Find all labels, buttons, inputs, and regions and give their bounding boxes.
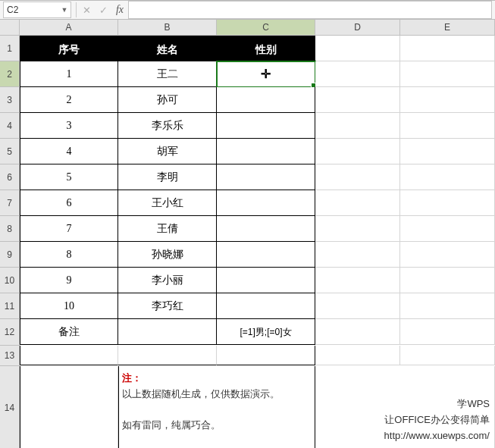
cell-D10[interactable] — [315, 268, 400, 293]
footer-line1: 学WPS — [457, 398, 490, 409]
cell-D12[interactable] — [315, 319, 400, 345]
row-header-3[interactable]: 3 — [0, 87, 20, 113]
row-header-8[interactable]: 8 — [0, 216, 20, 242]
table-header-name[interactable]: 姓名 — [118, 36, 217, 61]
cell-A9[interactable]: 8 — [20, 242, 118, 268]
name-box-wrap[interactable]: C2 ▼ — [3, 2, 71, 18]
row-header-4[interactable]: 4 — [0, 113, 20, 139]
cell-B9[interactable]: 孙晓娜 — [118, 242, 217, 268]
row-header-11[interactable]: 11 — [0, 293, 20, 319]
notes-line1: 以上数据随机生成，仅供数据演示。 — [122, 388, 280, 399]
cell-E5[interactable] — [400, 139, 495, 164]
cursor-cross-icon: ✛ — [261, 61, 271, 87]
cell-E10[interactable] — [400, 268, 495, 293]
col-header-B[interactable]: B — [118, 20, 217, 36]
cell-D4[interactable] — [315, 113, 400, 139]
cell-D7[interactable] — [315, 190, 400, 216]
cell-A6[interactable]: 5 — [20, 164, 118, 190]
cell-E11[interactable] — [400, 293, 495, 319]
table-header-sex[interactable]: 性别 — [217, 36, 315, 61]
row-header-9[interactable]: 9 — [0, 242, 20, 268]
cell-C4[interactable] — [217, 113, 315, 139]
cell-D1[interactable] — [315, 36, 400, 61]
notes-block[interactable]: 注： 以上数据随机生成，仅供数据演示。 如有雷同，纯属巧合。 — [118, 366, 315, 448]
cell-A2[interactable]: 1 — [20, 61, 118, 87]
row-header-6[interactable]: 6 — [0, 164, 20, 190]
cell-D5[interactable] — [315, 139, 400, 164]
cell-E3[interactable] — [400, 87, 495, 113]
cell-B11[interactable]: 李巧红 — [118, 293, 217, 319]
cell-A3[interactable]: 2 — [20, 87, 118, 113]
cell-E13[interactable] — [400, 346, 495, 365]
cell-D13[interactable] — [315, 346, 400, 365]
cell-B8[interactable]: 王倩 — [118, 216, 217, 242]
cell-A13[interactable] — [20, 346, 118, 365]
cell-C7[interactable] — [217, 190, 315, 216]
row-header-5[interactable]: 5 — [0, 139, 20, 164]
cell-C6[interactable] — [217, 164, 315, 190]
cell-E2[interactable] — [400, 61, 495, 87]
cell-A11[interactable]: 10 — [20, 293, 118, 319]
formula-input[interactable] — [128, 1, 492, 19]
cell-E6[interactable] — [400, 164, 495, 190]
col-header-C[interactable]: C — [217, 20, 315, 36]
cell-D3[interactable] — [315, 87, 400, 113]
cell-B12[interactable] — [118, 319, 217, 345]
fx-icon[interactable]: fx — [111, 2, 128, 18]
row-header-10[interactable]: 10 — [0, 268, 20, 293]
cell-B5[interactable]: 胡军 — [118, 139, 217, 164]
cell-D9[interactable] — [315, 242, 400, 268]
cell-D2[interactable] — [315, 61, 400, 87]
row-header-14[interactable]: 14 — [0, 366, 20, 448]
cell-C3[interactable] — [217, 87, 315, 113]
cell-B6[interactable]: 李明 — [118, 164, 217, 190]
cell-A8[interactable]: 7 — [20, 216, 118, 242]
cell-C8[interactable] — [217, 216, 315, 242]
cell-E8[interactable] — [400, 216, 495, 242]
cell-A7[interactable]: 6 — [20, 190, 118, 216]
cell-B13[interactable] — [118, 346, 217, 365]
cell-C10[interactable] — [217, 268, 315, 293]
row-header-7[interactable]: 7 — [0, 190, 20, 216]
row-header-1[interactable]: 1 — [0, 36, 20, 61]
notes-line2: 如有雷同，纯属巧合。 — [122, 419, 221, 431]
cell-C12[interactable]: [=1]男;[=0]女 — [217, 319, 315, 345]
name-box[interactable]: C2 — [4, 5, 58, 15]
cell-D8[interactable] — [315, 216, 400, 242]
cell-A4[interactable]: 3 — [20, 113, 118, 139]
spreadsheet-grid: A B C D E 1 序号 姓名 性别 2 1 王二 ✛ 3 2 孙可 4 3… — [0, 20, 495, 448]
cell-E1[interactable] — [400, 36, 495, 61]
cell-B7[interactable]: 王小红 — [118, 190, 217, 216]
cell-A5[interactable]: 4 — [20, 139, 118, 164]
col-header-D[interactable]: D — [315, 20, 400, 36]
cell-A10[interactable]: 9 — [20, 268, 118, 293]
chevron-down-icon[interactable]: ▼ — [58, 6, 70, 14]
cell-E7[interactable] — [400, 190, 495, 216]
cell-D11[interactable] — [315, 293, 400, 319]
select-all-corner[interactable] — [0, 20, 20, 36]
table-header-no[interactable]: 序号 — [20, 36, 118, 61]
cell-E4[interactable] — [400, 113, 495, 139]
cell-C9[interactable] — [217, 242, 315, 268]
cell-C13[interactable] — [217, 346, 315, 365]
cell-E9[interactable] — [400, 242, 495, 268]
cell-D6[interactable] — [315, 164, 400, 190]
footer-block[interactable]: 学WPS 让OFFICE办公变得简单 http://www.xuewps.com… — [315, 366, 495, 448]
cell-B3[interactable]: 孙可 — [118, 87, 217, 113]
cancel-icon[interactable]: ✕ — [78, 2, 95, 18]
cell-A12[interactable]: 备注 — [20, 319, 118, 345]
cell-B2[interactable]: 王二 — [118, 61, 217, 87]
cell-E12[interactable] — [400, 319, 495, 345]
cell-C5[interactable] — [217, 139, 315, 164]
cell-A14[interactable] — [20, 366, 118, 448]
col-header-E[interactable]: E — [400, 20, 495, 36]
col-header-A[interactable]: A — [20, 20, 118, 36]
cell-B10[interactable]: 李小丽 — [118, 268, 217, 293]
row-header-2[interactable]: 2 — [0, 61, 20, 87]
cell-C11[interactable] — [217, 293, 315, 319]
cell-C2[interactable]: ✛ — [217, 61, 315, 87]
cell-B4[interactable]: 李乐乐 — [118, 113, 217, 139]
row-header-12[interactable]: 12 — [0, 319, 20, 346]
row-header-13[interactable]: 13 — [0, 346, 20, 366]
confirm-icon[interactable]: ✓ — [95, 2, 111, 18]
